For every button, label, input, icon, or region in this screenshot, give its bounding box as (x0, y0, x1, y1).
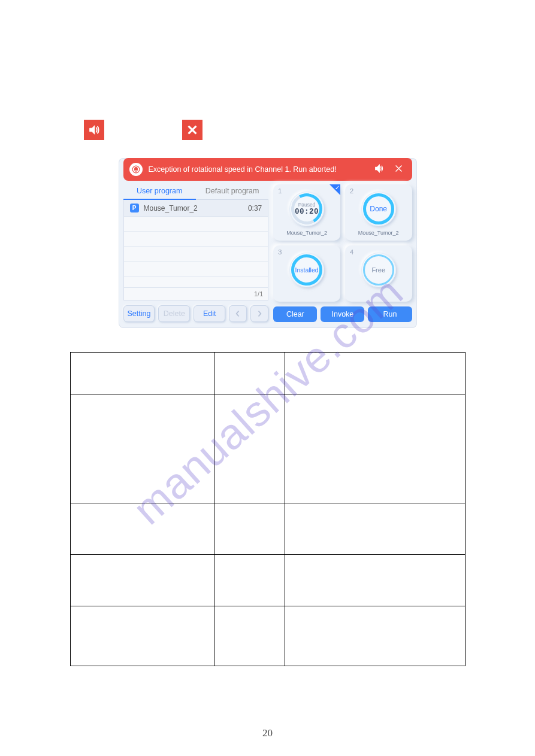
channel-number: 4 (350, 248, 353, 256)
troubleshooting-table (70, 352, 466, 666)
channel-2-status: Done (370, 205, 387, 213)
run-button[interactable]: Run (368, 306, 412, 322)
selected-check-icon (330, 184, 340, 195)
next-page-button[interactable] (250, 305, 268, 322)
close-icon (182, 120, 202, 140)
p-badge-icon: P (130, 204, 139, 212)
channel-number: 2 (350, 187, 353, 195)
alert-mute-icon[interactable] (374, 163, 384, 175)
svg-point-1 (135, 171, 137, 172)
channel-3-card[interactable]: 3 Installed (273, 245, 340, 302)
channel-number: 1 (278, 187, 282, 195)
page-number: 20 (0, 727, 535, 739)
speaker-icon (84, 120, 104, 140)
pager-label: 1/1 (124, 287, 268, 300)
prev-page-button[interactable] (229, 305, 247, 322)
delete-button[interactable]: Delete (158, 305, 190, 322)
alert-banner: Exception of rotational speed in Channel… (123, 158, 412, 181)
alert-close-icon[interactable] (394, 163, 404, 175)
channel-1-card[interactable]: 1 Paused 00:20 Mouse_Tumor_2 (273, 184, 340, 241)
channel-1-status: Paused (298, 202, 316, 208)
channel-2-card[interactable]: 2 Done Mouse_Tumor_2 (345, 184, 412, 241)
channel-1-time: 00:20 (295, 208, 319, 216)
channel-3-status: Installed (295, 266, 319, 274)
alert-message: Exception of rotational speed in Channel… (149, 165, 337, 174)
invoke-button[interactable]: Invoke (321, 306, 364, 322)
tab-default-program[interactable]: Default program (196, 184, 268, 200)
edit-button[interactable]: Edit (194, 305, 225, 322)
channel-2-label: Mouse_Tumor_2 (358, 230, 399, 236)
alert-icon (129, 163, 143, 176)
program-time: 0:37 (248, 204, 262, 212)
clear-button[interactable]: Clear (273, 306, 317, 322)
device-screenshot: Exception of rotational speed in Channel… (119, 158, 417, 328)
setting-button[interactable]: Setting (123, 305, 155, 322)
channel-1-label: Mouse_Tumor_2 (286, 230, 327, 236)
channel-4-status: Free (371, 266, 385, 274)
program-name: Mouse_Tumor_2 (144, 204, 248, 212)
program-list-item[interactable]: P Mouse_Tumor_2 0:37 (124, 200, 268, 217)
tab-user-program[interactable]: User program (123, 184, 196, 200)
channel-4-card[interactable]: 4 Free (345, 245, 412, 302)
channel-number: 3 (278, 248, 282, 256)
